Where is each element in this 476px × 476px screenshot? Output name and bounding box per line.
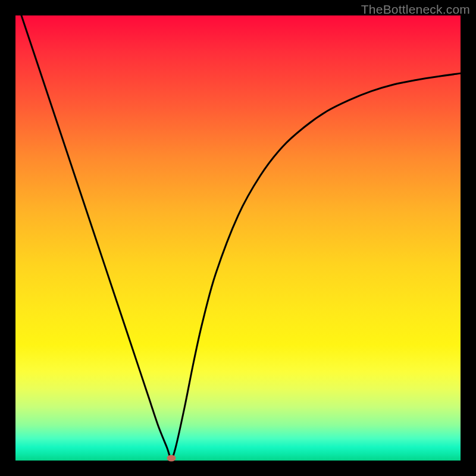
- bottleneck-curve: [15, 15, 461, 458]
- chart-frame: TheBottleneck.com: [0, 0, 476, 476]
- curve-svg: [15, 15, 461, 461]
- plot-area: [15, 15, 461, 461]
- watermark-text: TheBottleneck.com: [361, 2, 470, 17]
- optimum-marker: [167, 455, 176, 462]
